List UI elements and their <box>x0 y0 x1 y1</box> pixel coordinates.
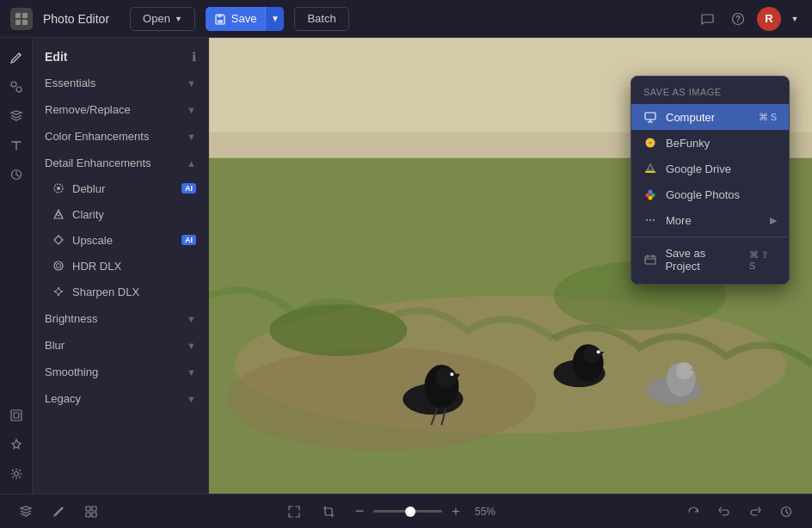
rail-graphics-icon[interactable] <box>3 162 29 187</box>
dropdown-divider <box>631 236 789 237</box>
dropdown-item-save-project[interactable]: Save as Project ⌘ ⇧ S <box>631 241 789 279</box>
sidebar-section-detail-enhancements: Detail Enhancements ▲ Deblur AI <box>33 150 208 304</box>
deblur-icon <box>52 181 65 195</box>
svg-rect-58 <box>92 513 96 517</box>
smoothing-label: Smoothing <box>45 365 98 378</box>
sidebar-item-clarity[interactable]: Clarity <box>33 201 208 227</box>
svg-point-8 <box>11 82 16 87</box>
befunky-label: BeFunky <box>666 137 710 150</box>
svg-point-52 <box>649 219 651 221</box>
sidebar-item-deblur[interactable]: Deblur AI <box>33 175 208 201</box>
svg-rect-56 <box>92 507 96 511</box>
batch-button[interactable]: Batch <box>294 7 348 31</box>
help-icon-button[interactable]: ? <box>726 7 750 31</box>
remove-replace-header[interactable]: Remove/Replace ▼ <box>33 97 208 122</box>
svg-rect-5 <box>218 15 222 17</box>
zoom-fit-button[interactable] <box>282 500 306 524</box>
more-icon <box>643 213 657 227</box>
svg-rect-2 <box>15 20 21 25</box>
zoom-controls: − + <box>351 500 464 524</box>
brightness-header[interactable]: Brightness ▼ <box>33 306 208 331</box>
color-enhancements-header[interactable]: Color Enhancements ▼ <box>33 124 208 149</box>
google-photos-label: Google Photos <box>666 188 740 201</box>
dropdown-header: Save as Image <box>631 82 789 104</box>
bottombar-right <box>681 500 798 524</box>
dropdown-item-google-drive[interactable]: Google Drive <box>631 156 789 181</box>
svg-point-53 <box>653 219 655 221</box>
zoom-slider[interactable] <box>373 510 442 513</box>
svg-point-19 <box>54 261 63 270</box>
svg-rect-57 <box>86 513 90 517</box>
smoothing-header[interactable]: Smoothing ▼ <box>33 359 208 384</box>
undo-button[interactable] <box>712 500 736 524</box>
detail-enhancements-label: Detail Enhancements <box>45 157 151 169</box>
sidebar-section-essentials: Essentials ▼ <box>33 71 208 95</box>
essentials-header[interactable]: Essentials ▼ <box>33 71 208 95</box>
history-button[interactable] <box>774 500 798 524</box>
blur-header[interactable]: Blur ▼ <box>33 333 208 358</box>
hdr-dlx-label: HDR DLX <box>72 260 121 273</box>
detail-enhancements-header[interactable]: Detail Enhancements ▲ <box>33 150 208 175</box>
rail-settings-icon[interactable] <box>3 461 29 487</box>
save-button[interactable]: Save <box>206 7 266 31</box>
grid-bottom-icon[interactable] <box>79 500 103 524</box>
sidebar-title: Edit <box>45 50 67 64</box>
pen-bottom-icon[interactable] <box>46 500 71 524</box>
sidebar-section-blur: Blur ▼ <box>33 333 208 358</box>
clarity-icon <box>52 207 65 221</box>
upscale-label: Upscale <box>72 234 113 247</box>
zoom-percent: 55% <box>475 506 502 518</box>
computer-shortcut: ⌘ S <box>759 112 777 123</box>
redo-button[interactable] <box>743 500 767 524</box>
open-button[interactable]: Open ▼ <box>130 7 195 31</box>
remove-replace-chevron: ▼ <box>187 105 196 115</box>
svg-marker-18 <box>54 236 63 244</box>
avatar-button[interactable]: R <box>757 7 781 31</box>
sidebar-info-icon[interactable]: ℹ <box>192 50 196 64</box>
rail-frames-icon[interactable] <box>3 402 29 428</box>
zoom-crop-button[interactable] <box>317 500 341 524</box>
svg-point-15 <box>57 187 60 190</box>
svg-point-20 <box>57 264 61 268</box>
brightness-label: Brightness <box>45 312 97 325</box>
zoom-in-button[interactable]: + <box>447 500 464 524</box>
dropdown-item-computer[interactable]: Computer ⌘ S <box>631 104 789 130</box>
rail-layers-icon[interactable] <box>3 103 29 129</box>
svg-point-17 <box>57 212 60 216</box>
legacy-header[interactable]: Legacy ▼ <box>33 386 208 411</box>
chat-icon-button[interactable] <box>695 7 719 31</box>
rail-stickers-icon[interactable] <box>3 432 29 457</box>
rail-text-icon[interactable] <box>3 132 29 158</box>
bottombar-center: − + 55% <box>282 500 502 524</box>
google-drive-icon <box>643 162 657 175</box>
more-arrow: ▶ <box>770 215 777 226</box>
blur-label: Blur <box>45 339 65 352</box>
clarity-label: Clarity <box>72 208 104 221</box>
sidebar: Edit ℹ Essentials ▼ Remove/Replace ▼ Col… <box>33 38 209 494</box>
dropdown-item-google-photos[interactable]: Google Photos <box>631 181 789 207</box>
color-enhancements-chevron: ▼ <box>187 132 196 142</box>
dropdown-item-befunky[interactable]: BeFunky <box>631 130 789 156</box>
account-chevron[interactable]: ▼ <box>788 7 802 31</box>
brightness-chevron: ▼ <box>187 314 196 324</box>
sidebar-item-upscale[interactable]: Upscale AI <box>33 227 208 253</box>
rail-effects-icon[interactable] <box>3 74 29 100</box>
layers-bottom-icon[interactable] <box>14 500 38 524</box>
upscale-icon <box>52 233 65 247</box>
befunky-icon <box>643 136 657 150</box>
zoom-out-button[interactable]: − <box>351 500 368 524</box>
bottombar-left <box>14 500 103 524</box>
sidebar-header: Edit ℹ <box>33 45 208 69</box>
svg-rect-0 <box>15 13 21 18</box>
more-label: More <box>666 214 692 227</box>
save-dropdown-arrow[interactable]: ▼ <box>265 7 284 31</box>
rail-edit-icon[interactable] <box>3 45 29 71</box>
smoothing-chevron: ▼ <box>187 367 196 378</box>
essentials-chevron: ▼ <box>187 78 196 89</box>
dropdown-item-more[interactable]: More ▶ <box>631 207 789 233</box>
refresh-button[interactable] <box>681 500 705 524</box>
app-title: Photo Editor <box>43 12 109 26</box>
sidebar-item-hdr-dlx[interactable]: HDR DLX <box>33 253 208 279</box>
computer-label: Computer <box>666 111 715 124</box>
sidebar-item-sharpen-dlx[interactable]: Sharpen DLX <box>33 279 208 304</box>
